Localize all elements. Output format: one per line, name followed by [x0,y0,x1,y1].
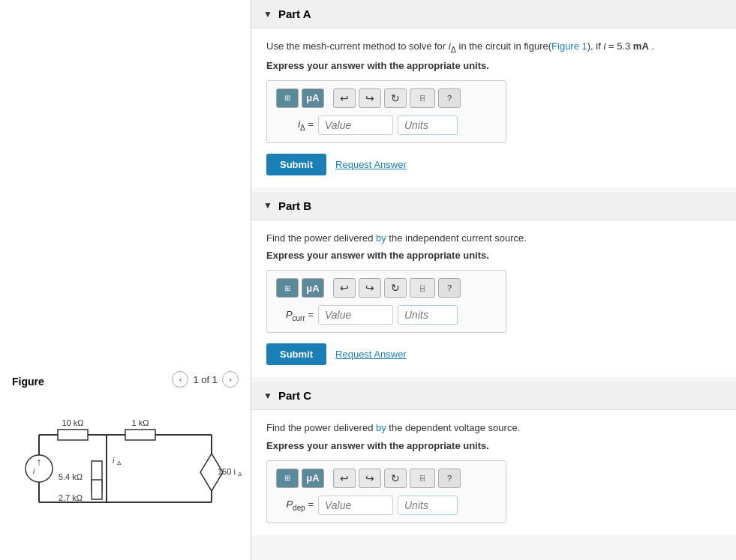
part-b-description: Find the power delivered by the independ… [266,231,721,246]
part-b-keyboard-button[interactable]: ⌸ [410,278,435,298]
part-a-units-input[interactable] [398,115,458,135]
part-c-collapse-icon[interactable]: ▼ [263,391,272,401]
part-b-section: ▼ Part B Find the power delivered by the… [251,192,736,378]
right-panel: ▼ Part A Use the mesh-current method to … [251,0,736,560]
part-b-undo-button[interactable]: ↩ [333,278,356,298]
part-b-action-row: Submit Request Answer [266,343,721,365]
svg-rect-23 [92,480,102,499]
figure-label: Figure [12,376,44,388]
part-b-request-button[interactable]: Request Answer [335,349,407,360]
circuit-diagram: ↑ i 10 kΩ 1 kΩ i Δ 5.4 kΩ 2.7 kΩ 150 [0,395,251,545]
part-a-action-row: Submit Request Answer [266,154,721,175]
circuit-svg: ↑ i 10 kΩ 1 kΩ i Δ 5.4 kΩ 2.7 kΩ 150 [17,405,234,536]
part-b-body: Find the power delivered by the independ… [251,220,736,378]
part-b-help-button[interactable]: ? [438,278,461,298]
svg-text:1 kΩ: 1 kΩ [132,418,149,427]
part-b-collapse-icon[interactable]: ▼ [263,200,272,211]
part-a-instruction: Express your answer with the appropriate… [266,60,721,71]
part-b-answer-box: ⊞ μA ↩ ↪ ↻ ⌸ ? Pcurr = [266,270,506,333]
part-c-undo-button[interactable]: ↩ [333,469,356,488]
part-a-value-input[interactable] [318,115,393,135]
part-b-redo-button[interactable]: ↪ [359,278,381,298]
part-a-mu-button[interactable]: μA [302,88,324,108]
part-c-keyboard-button[interactable]: ⌸ [410,469,435,488]
part-c-mu-button[interactable]: μA [302,469,324,488]
part-a-answer-box: ⊞ μA ↩ ↪ ↻ ⌸ ? iΔ = [266,80,506,143]
part-b-instruction: Express your answer with the appropriate… [266,250,721,261]
part-c-section: ▼ Part C Find the power delivered by the… [251,382,736,535]
part-a-input-label: iΔ = [276,118,314,132]
part-a-toolbar: ⊞ μA ↩ ↪ ↻ ⌸ ? [276,88,497,108]
part-c-title: Part C [278,389,311,402]
part-c-value-input[interactable] [318,496,393,515]
part-c-input-row: Pdep = [276,496,497,515]
svg-text:Δ: Δ [117,460,122,466]
part-b-value-input[interactable] [318,305,393,325]
part-a-refresh-button[interactable]: ↻ [384,88,407,108]
part-c-body: Find the power delivered by the dependen… [251,410,736,535]
part-c-help-button[interactable]: ? [438,469,461,488]
part-b-header: ▼ Part B [251,192,736,220]
part-a-description: Use the mesh-current method to solve for… [266,39,721,55]
part-a-help-button[interactable]: ? [438,88,461,108]
part-a-undo-button[interactable]: ↩ [333,88,356,108]
part-c-input-label: Pdep = [276,499,314,512]
figure-page: 1 of 1 [193,374,218,385]
part-c-instruction: Express your answer with the appropriate… [266,440,721,451]
part-c-answer-box: ⊞ μA ↩ ↪ ↻ ⌸ ? Pdep = [266,460,506,523]
part-b-refresh-button[interactable]: ↻ [384,278,407,298]
part-a-section: ▼ Part A Use the mesh-current method to … [251,0,736,187]
part-c-redo-button[interactable]: ↪ [359,469,381,488]
svg-text:10 kΩ: 10 kΩ [62,418,83,427]
figure-link[interactable]: Figure 1 [551,40,587,52]
part-a-input-row: iΔ = [276,115,497,135]
part-a-header: ▼ Part A [251,0,736,28]
part-b-mu-button[interactable]: μA [302,278,324,298]
part-b-submit-button[interactable]: Submit [266,343,326,365]
svg-rect-1 [58,430,88,440]
part-c-description: Find the power delivered by the dependen… [266,421,721,436]
part-a-keyboard-button[interactable]: ⌸ [410,88,435,108]
part-a-submit-button[interactable]: Submit [266,154,326,175]
part-a-grid-button[interactable]: ⊞ [276,88,299,108]
part-a-body: Use the mesh-current method to solve for… [251,28,736,187]
prev-figure-button[interactable]: ‹ [172,371,188,388]
part-b-title: Part B [278,199,311,212]
part-b-input-label: Pcurr = [276,309,314,322]
part-a-collapse-icon[interactable]: ▼ [263,9,272,19]
svg-text:Δ: Δ [238,471,242,478]
part-b-grid-button[interactable]: ⊞ [276,278,299,298]
left-panel: Figure ‹ 1 of 1 › ↑ [0,0,251,560]
part-c-refresh-button[interactable]: ↻ [384,469,407,488]
svg-text:150 i: 150 i [218,467,236,476]
part-a-title: Part A [278,7,311,20]
part-c-header: ▼ Part C [251,382,736,410]
svg-text:5.4 kΩ: 5.4 kΩ [59,472,83,481]
svg-rect-3 [125,430,155,440]
next-figure-button[interactable]: › [222,371,239,388]
part-c-units-input[interactable] [398,496,458,515]
part-c-grid-button[interactable]: ⊞ [276,469,299,488]
svg-text:i: i [113,456,115,465]
svg-text:2.7 kΩ: 2.7 kΩ [59,493,83,502]
part-a-redo-button[interactable]: ↪ [359,88,381,108]
part-b-toolbar: ⊞ μA ↩ ↪ ↻ ⌸ ? [276,278,497,298]
part-b-input-row: Pcurr = [276,305,497,325]
part-c-toolbar: ⊞ μA ↩ ↪ ↻ ⌸ ? [276,469,497,488]
part-b-units-input[interactable] [398,305,458,325]
figure-nav: ‹ 1 of 1 › [172,371,239,388]
part-a-request-button[interactable]: Request Answer [335,159,407,170]
svg-text:↑: ↑ [37,456,42,468]
